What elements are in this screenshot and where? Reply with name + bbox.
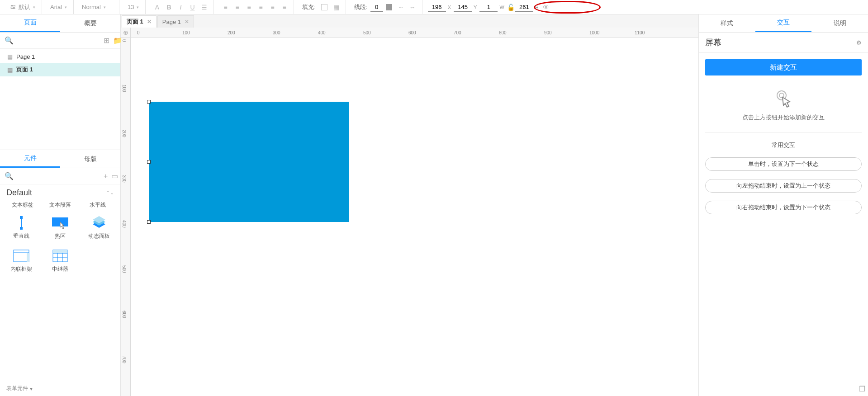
svg-rect-4	[14, 250, 29, 262]
interaction-hint: 点击上方按钮开始添加新的交互	[742, 113, 825, 122]
chevron-down-icon: ▾	[30, 386, 33, 392]
bold-button[interactable]: B	[163, 1, 175, 13]
page-tab-bar: 页面 1✕Page 1✕	[121, 14, 698, 28]
font-select[interactable]: Arial ▾	[47, 0, 70, 14]
preset-label: 默认	[19, 3, 30, 11]
widgets-search-input[interactable]	[17, 171, 100, 182]
align-top-button[interactable]: ≡	[255, 1, 266, 13]
font-style-select[interactable]: Normal ▾	[79, 0, 115, 14]
arrow-style-button[interactable]: ↔	[407, 1, 418, 13]
page-tree: ▤Page 1▤页面 1	[0, 49, 120, 150]
close-icon[interactable]: ✕	[147, 19, 152, 25]
common-interaction-3[interactable]: 向右拖动结束时，设置为下一个状态	[705, 201, 862, 214]
w-label: W	[499, 5, 504, 10]
page-tab[interactable]: Page 1✕	[157, 15, 194, 28]
underline-button[interactable]: U	[186, 1, 198, 13]
common-interaction-1[interactable]: 单击时，设置为下一个状态	[705, 157, 862, 171]
x-label: X	[448, 5, 451, 10]
svg-rect-6	[27, 253, 29, 262]
tab-interactions[interactable]: 交互	[755, 14, 812, 32]
align-left-button[interactable]: ≡	[219, 1, 231, 13]
chevron-down-icon: ▾	[104, 5, 106, 9]
pos-y-input[interactable]	[454, 3, 472, 12]
settings-icon[interactable]: ⚙	[856, 39, 862, 46]
add-page-icon[interactable]: ⊞	[104, 36, 109, 45]
h-label: H	[535, 5, 539, 10]
close-icon[interactable]: ✕	[185, 19, 189, 25]
form-widgets-section[interactable]: 表单元件 ▾	[0, 381, 120, 396]
fill-color-button[interactable]	[318, 1, 330, 13]
tab-widgets[interactable]: 元件	[0, 150, 60, 168]
right-inspector: 样式 交互 说明 屏幕 ⚙ 新建交互 点击上方按钮开始添加新的交互 常用交互 单…	[698, 14, 868, 396]
pos-x-input[interactable]	[428, 3, 446, 12]
fill-label: 填充:	[302, 3, 316, 11]
line-style-button[interactable]: ┄	[395, 1, 407, 13]
page-icon: ▤	[7, 53, 13, 60]
bullets-button[interactable]: ☰	[198, 1, 210, 13]
widget-hotspot[interactable]: 热区	[43, 213, 78, 243]
library-browse-icon[interactable]: ▭	[111, 172, 118, 180]
common-interactions-label: 常用交互	[705, 141, 862, 149]
line-color-button[interactable]	[383, 1, 395, 13]
align-bottom-button[interactable]: ≡	[278, 1, 290, 13]
visibility-icon[interactable]: 👁	[541, 1, 550, 13]
search-icon: 🔍	[5, 36, 14, 45]
fill-image-button[interactable]: ▦	[330, 1, 342, 13]
common-interaction-2[interactable]: 向左拖动结束时，设置为上一个状态	[705, 179, 862, 193]
page-tree-item[interactable]: ▤Page 1	[0, 51, 120, 63]
widget-vertical-line[interactable]: 垂直线	[4, 213, 39, 243]
widget-label: 水平线	[79, 201, 117, 209]
svg-point-14	[779, 93, 784, 98]
page-tab[interactable]: 页面 1✕	[122, 15, 157, 28]
page-icon: ▤	[7, 66, 13, 73]
chevron-down-icon: ▾	[137, 5, 139, 9]
chevron-updown-icon: ⌃⌄	[106, 190, 114, 196]
new-interaction-button[interactable]: 新建交互	[705, 59, 862, 75]
top-toolbar: ≋ 默认 ▾ Arial ▾ Normal ▾ 13 ▾ A B I U ☰ ≡…	[0, 0, 868, 14]
chevron-down-icon: ▾	[65, 5, 67, 9]
page-tree-item[interactable]: ▤页面 1	[0, 63, 120, 76]
svg-rect-1	[20, 216, 23, 219]
svg-rect-2	[20, 227, 23, 230]
font-size-select[interactable]: 13 ▾	[125, 0, 142, 14]
canvas[interactable]	[131, 38, 698, 396]
widget-label: 文本标签	[4, 201, 41, 209]
widget-repeater[interactable]: 中继器	[43, 246, 78, 276]
chevron-down-icon: ▾	[33, 5, 35, 9]
inspector-title: 屏幕	[705, 37, 721, 48]
paragraph-style-select[interactable]: ≋ 默认 ▾	[7, 0, 38, 14]
lock-icon[interactable]: 🔓	[507, 1, 515, 13]
align-center-button[interactable]: ≡	[231, 1, 243, 13]
widget-inline-frame[interactable]: 内联框架	[4, 246, 39, 276]
restore-icon[interactable]: ❐	[859, 385, 865, 393]
line-weight-input[interactable]	[370, 3, 383, 12]
font-color-button[interactable]: A	[151, 1, 163, 13]
y-label: Y	[474, 5, 477, 10]
svg-rect-12	[53, 250, 67, 253]
selected-rectangle[interactable]	[149, 102, 349, 222]
tab-pages[interactable]: 页面	[0, 14, 60, 32]
ruler-corner[interactable]: ⊕	[121, 28, 131, 38]
width-input[interactable]	[479, 3, 498, 12]
cursor-click-icon	[773, 88, 793, 108]
pages-search-input[interactable]	[17, 35, 100, 46]
align-middle-button[interactable]: ≡	[266, 1, 278, 13]
search-icon: 🔍	[5, 172, 14, 180]
tab-outline[interactable]: 概要	[60, 14, 120, 32]
ruler-horizontal[interactable]: 010020030040050060070080090010001100	[131, 28, 698, 38]
height-input[interactable]	[515, 3, 533, 12]
line-label: 线段:	[354, 3, 368, 11]
tab-masters[interactable]: 母版	[60, 150, 120, 168]
add-folder-icon[interactable]: 📁	[113, 36, 121, 45]
ruler-vertical[interactable]: 0100200300400500600700	[121, 38, 131, 396]
left-sidebar: 页面 概要 🔍 ⊞ 📁 ▤Page 1▤页面 1 元件 母版 🔍 + ▭ ⋮	[0, 14, 121, 396]
italic-button[interactable]: I	[175, 1, 186, 13]
tab-notes[interactable]: 说明	[811, 14, 868, 32]
widget-label: 文本段落	[41, 201, 79, 209]
add-library-icon[interactable]: +	[104, 172, 108, 180]
tab-style[interactable]: 样式	[699, 14, 755, 32]
canvas-area: 页面 1✕Page 1✕ ⊕ 0100200300400500600700800…	[121, 14, 698, 396]
widget-dynamic-panel[interactable]: 动态面板	[81, 213, 117, 243]
align-right-button[interactable]: ≡	[243, 1, 255, 13]
library-select[interactable]: Default ⌃⌄	[0, 184, 120, 201]
